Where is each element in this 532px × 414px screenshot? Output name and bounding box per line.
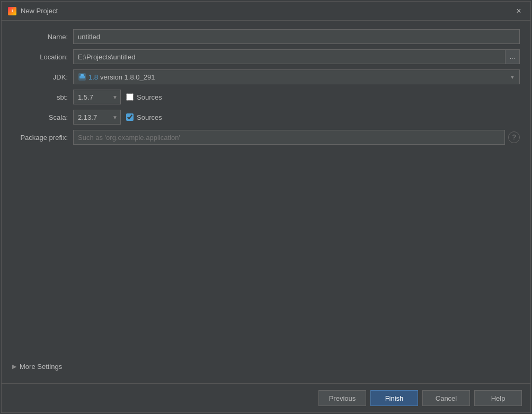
close-button[interactable]: × <box>513 6 524 16</box>
sbt-sources-label: Sources <box>137 93 162 101</box>
package-prefix-row-inner: ? <box>73 130 520 145</box>
sbt-version-select[interactable]: 1.5.7 <box>73 90 121 104</box>
jdk-select[interactable]: 1.8 version 1.8.0_291 ▼ <box>73 69 520 84</box>
sbt-label: sbt: <box>12 93 73 101</box>
scala-row-inner: 2.13.7 ▼ Sources <box>73 110 162 125</box>
new-project-dialog: I New Project × Name: Location: ... <box>1 1 531 413</box>
more-settings-label: More Settings <box>20 363 62 371</box>
sbt-row-inner: 1.5.7 ▼ Sources <box>73 90 162 104</box>
form-content: Name: Location: ... JDK: <box>2 21 530 383</box>
svg-rect-2 <box>81 74 84 76</box>
jdk-label: JDK: <box>12 73 73 81</box>
scala-label: Scala: <box>12 113 73 121</box>
location-row: Location: ... <box>12 49 520 64</box>
spacer <box>12 150 520 356</box>
browse-button[interactable]: ... <box>505 49 520 64</box>
title-bar-left: I New Project <box>8 7 58 15</box>
finish-button[interactable]: Finish <box>370 390 418 406</box>
package-prefix-row: Package prefix: ? <box>12 130 520 145</box>
scala-row: Scala: 2.13.7 ▼ Sources <box>12 110 520 125</box>
app-icon: I <box>8 7 16 15</box>
scala-sources-group: Sources <box>126 113 162 121</box>
name-input[interactable] <box>73 29 520 44</box>
title-bar: I New Project × <box>2 2 530 21</box>
logo: I <box>8 7 16 15</box>
location-row-inner: ... <box>73 49 520 64</box>
jdk-dropdown-arrow: ▼ <box>510 74 515 80</box>
scala-version-select[interactable]: 2.13.7 <box>73 110 121 125</box>
scala-version-wrapper: 2.13.7 ▼ <box>73 110 121 125</box>
scala-sources-checkbox[interactable] <box>126 113 134 121</box>
cancel-button[interactable]: Cancel <box>422 390 470 406</box>
sbt-version-wrapper: 1.5.7 ▼ <box>73 90 121 104</box>
name-row: Name: <box>12 29 520 44</box>
sbt-sources-checkbox[interactable] <box>126 93 134 101</box>
jdk-icon <box>78 73 86 81</box>
package-prefix-label: Package prefix: <box>12 134 73 142</box>
package-prefix-input[interactable] <box>73 130 505 145</box>
previous-button[interactable]: Previous <box>318 390 366 406</box>
jdk-row: JDK: 1.8 version 1.8.0_291 ▼ <box>12 69 520 84</box>
name-label: Name: <box>12 33 73 41</box>
help-button[interactable]: Help <box>474 390 522 406</box>
dialog-footer: Previous Finish Cancel Help <box>2 383 530 412</box>
dialog-title: New Project <box>21 7 58 15</box>
more-settings-toggle[interactable]: ▶ More Settings <box>12 358 520 375</box>
location-label: Location: <box>12 53 73 61</box>
jdk-version: 1.8 <box>88 73 98 81</box>
jdk-full-version: version 1.8.0_291 <box>100 73 155 81</box>
more-settings-arrow-icon: ▶ <box>12 363 16 370</box>
sbt-sources-group: Sources <box>126 93 162 101</box>
location-input[interactable] <box>73 49 505 64</box>
package-prefix-help-button[interactable]: ? <box>508 131 520 143</box>
scala-sources-label: Sources <box>137 113 162 121</box>
sbt-row: sbt: 1.5.7 ▼ Sources <box>12 90 520 104</box>
